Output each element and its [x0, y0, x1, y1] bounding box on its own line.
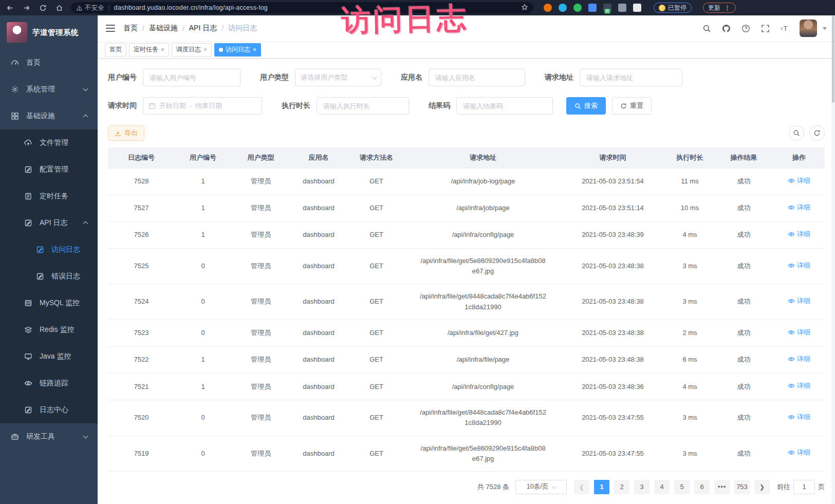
- browser-reload-icon[interactable]: [38, 3, 47, 12]
- ext-puzzle-icon[interactable]: [633, 4, 641, 12]
- sidebar-item-redis-monitor[interactable]: Redis 监控: [0, 316, 98, 343]
- sidebar-item-log-center[interactable]: 日志中心: [0, 397, 98, 423]
- sidebar-item-infrastructure[interactable]: 基础设施: [0, 103, 98, 129]
- detail-link[interactable]: 详细: [788, 296, 810, 306]
- export-button[interactable]: 导出: [108, 125, 144, 141]
- navbar-actions: TT: [702, 20, 827, 37]
- pager-page-1[interactable]: 1: [594, 480, 609, 494]
- sidebar-item-label: Redis 监控: [40, 325, 75, 334]
- page-content: 用户编号 用户类型 请选择用户类型 应用名: [98, 59, 835, 504]
- sidebar-item-dev-tools[interactable]: 研发工具: [0, 423, 98, 450]
- calendar-icon: [149, 102, 156, 109]
- search-icon[interactable]: [702, 24, 712, 33]
- fullscreen-icon[interactable]: [760, 24, 770, 33]
- pager-prev-button[interactable]: ❮: [574, 480, 589, 494]
- jump-page-input[interactable]: [793, 480, 815, 494]
- browser-home-icon[interactable]: [54, 3, 64, 12]
- tab-access-log[interactable]: 访问日志×: [214, 43, 261, 57]
- eye-icon: [788, 382, 795, 389]
- ext-gray-icon[interactable]: [618, 4, 626, 12]
- pager-page-3[interactable]: 3: [634, 480, 650, 494]
- breadcrumb-item: 访问日志: [228, 24, 257, 33]
- tab-dispatch-log[interactable]: 调度日志×: [172, 43, 212, 57]
- docs-help-icon[interactable]: [741, 24, 751, 33]
- detail-link[interactable]: 详细: [788, 176, 810, 186]
- ext-orange-icon[interactable]: [544, 4, 552, 12]
- sidebar-item-label: MySQL 监控: [40, 298, 80, 308]
- sidebar-item-system-management[interactable]: 系统管理: [0, 76, 98, 103]
- cell-method-name: GET: [347, 168, 406, 195]
- breadcrumb-item[interactable]: API 日志: [189, 24, 217, 33]
- sidebar-item-home[interactable]: 首页: [0, 49, 98, 76]
- cell-request-time: 2021-05-03 23:51:14: [560, 195, 665, 221]
- page-size-select[interactable]: 10条/页: [515, 480, 567, 494]
- sidebar-item-access-log[interactable]: 访问日志: [0, 236, 98, 263]
- browser-back-icon[interactable]: [5, 3, 14, 12]
- breadcrumb-item[interactable]: 基础设施: [149, 24, 178, 33]
- pager-page-5[interactable]: 5: [674, 480, 690, 494]
- detail-link[interactable]: 详细: [788, 354, 810, 364]
- app-name-input[interactable]: [429, 69, 525, 86]
- user-caret-down-icon[interactable]: [823, 27, 827, 30]
- tab-scheduled-tasks[interactable]: 定时任务×: [129, 43, 169, 57]
- pager-ellipsis[interactable]: •••: [714, 480, 730, 494]
- pager-page-753[interactable]: 753: [734, 480, 750, 494]
- sidebar-item-api-log[interactable]: API 日志: [0, 210, 98, 236]
- tab-home[interactable]: 首页: [105, 43, 126, 57]
- close-icon[interactable]: ×: [203, 47, 207, 53]
- sidebar-item-config-management[interactable]: 配置管理: [0, 156, 98, 183]
- window-scrollbar[interactable]: [831, 15, 835, 504]
- ext-green-circle-icon[interactable]: [573, 4, 582, 12]
- browser-forward-icon[interactable]: [22, 3, 31, 12]
- cell-action: 详细: [773, 436, 825, 471]
- close-icon[interactable]: ×: [253, 47, 256, 53]
- eye-icon: [788, 414, 795, 421]
- detail-link[interactable]: 详细: [788, 229, 810, 239]
- ext-blue-shield-icon[interactable]: [559, 4, 567, 12]
- user-type-select[interactable]: 请选择用户类型: [295, 69, 381, 86]
- pager-page-2[interactable]: 2: [614, 480, 629, 494]
- toggle-search-button[interactable]: [789, 125, 804, 141]
- update-chip[interactable]: 更新 ⋮: [703, 3, 736, 13]
- detail-link[interactable]: 详细: [788, 447, 810, 458]
- chevron-down-icon: [552, 484, 556, 489]
- not-secure-warning-icon: 不安全: [76, 4, 104, 12]
- result-code-input[interactable]: [456, 97, 553, 115]
- detail-link[interactable]: 详细: [788, 260, 810, 271]
- sidebar-item-java-monitor[interactable]: Java 监控: [0, 343, 98, 370]
- column-header-result: 操作结果: [714, 147, 773, 168]
- search-button[interactable]: 搜索: [566, 97, 606, 115]
- breadcrumb-item[interactable]: 首页: [123, 24, 138, 33]
- close-icon[interactable]: ×: [161, 47, 164, 53]
- reset-button[interactable]: 重置: [612, 97, 652, 115]
- pager-page-6[interactable]: 6: [694, 480, 710, 494]
- address-bar[interactable]: 不安全 | dashboard.yudao.iocoder.cn/infra/l…: [71, 2, 533, 13]
- sidebar-item-mysql-monitor[interactable]: MySQL 监控: [0, 290, 98, 316]
- logo-row[interactable]: 芋道管理系统: [0, 15, 98, 49]
- hamburger-icon[interactable]: [106, 25, 115, 32]
- pager-next-button[interactable]: ❯: [754, 480, 770, 494]
- bookmark-star-icon[interactable]: [521, 4, 528, 12]
- github-icon[interactable]: [721, 24, 731, 33]
- profile-chip[interactable]: 已暂停: [654, 3, 692, 13]
- ext-translate-icon[interactable]: 翻: [603, 4, 611, 12]
- pager-page-4[interactable]: 4: [654, 480, 670, 494]
- request-time-daterange[interactable]: 开始日期 - 结束日期: [143, 97, 262, 115]
- detail-link[interactable]: 详细: [788, 381, 810, 391]
- detail-link[interactable]: 详细: [788, 202, 810, 213]
- detail-link[interactable]: 详细: [788, 327, 810, 338]
- refresh-table-button[interactable]: [809, 125, 825, 141]
- user-avatar[interactable]: [800, 20, 817, 37]
- user-id-input[interactable]: [143, 69, 240, 86]
- browser-menu-dots-icon[interactable]: ⋮: [724, 4, 731, 12]
- request-url-input[interactable]: [580, 69, 682, 86]
- ext-colorful-grid-icon[interactable]: [588, 4, 597, 12]
- sidebar-item-file-management[interactable]: 文件管理: [0, 129, 98, 156]
- detail-link[interactable]: 详细: [788, 412, 810, 422]
- duration-input[interactable]: [317, 97, 409, 115]
- font-size-icon[interactable]: TT: [780, 24, 790, 33]
- sidebar-item-scheduled-tasks[interactable]: 定时任务: [0, 183, 98, 210]
- sidebar-item-link-tracing[interactable]: 链路追踪: [0, 370, 98, 397]
- sidebar-item-error-log[interactable]: 错误日志: [0, 263, 98, 290]
- column-header-app-name: 应用名: [290, 147, 347, 168]
